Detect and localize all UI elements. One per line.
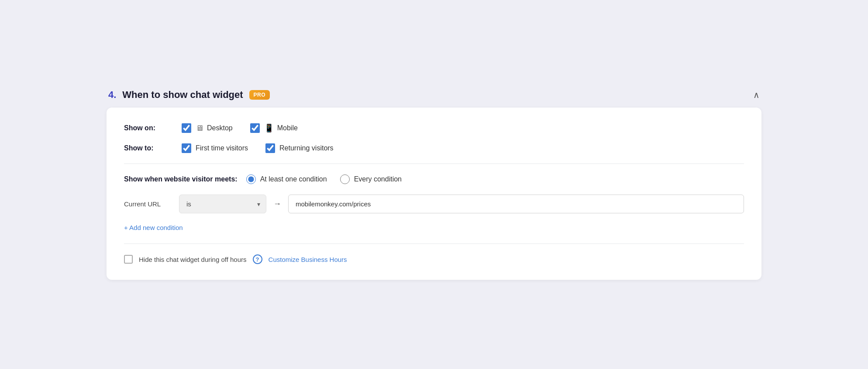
at-least-one-label: At least one condition [260, 175, 327, 183]
every-condition-radio-item[interactable]: Every condition [340, 174, 402, 184]
condition-radio-group: At least one condition Every condition [246, 174, 402, 184]
returning-checkbox-item[interactable]: Returning visitors [265, 143, 334, 153]
section-number: 4. [108, 89, 116, 101]
add-condition-button[interactable]: + Add new condition [124, 222, 183, 233]
every-condition-radio[interactable] [340, 174, 350, 184]
condition-row: Show when website visitor meets: At leas… [124, 174, 744, 184]
pro-badge: PRO [249, 90, 270, 100]
condition-label: Show when website visitor meets: [124, 175, 238, 183]
page-container: 4. When to show chat widget PRO ∧ Show o… [98, 80, 770, 289]
at-least-one-radio-item[interactable]: At least one condition [246, 174, 327, 184]
url-condition-label: Current URL [124, 200, 172, 208]
desktop-icon: 🖥 [196, 124, 203, 133]
show-on-checkboxes: 🖥 Desktop 📱 Mobile [182, 123, 298, 133]
mobile-checkbox-item[interactable]: 📱 Mobile [250, 123, 298, 133]
url-input[interactable] [288, 195, 744, 213]
off-hours-checkbox[interactable] [124, 255, 133, 264]
mobile-label: 📱 Mobile [264, 123, 298, 133]
first-time-checkbox-item[interactable]: First time visitors [182, 143, 248, 153]
condition-select[interactable]: is is not contains does not contain [179, 195, 266, 213]
settings-card: Show on: 🖥 Desktop 📱 Mobile [107, 108, 761, 280]
url-condition-row: Current URL is is not contains does not … [124, 195, 744, 213]
off-hours-row: Hide this chat widget during off hours ?… [124, 254, 744, 264]
show-on-label: Show on: [124, 124, 168, 132]
desktop-checkbox[interactable] [182, 123, 191, 133]
help-icon[interactable]: ? [253, 254, 262, 264]
first-time-checkbox[interactable] [182, 143, 191, 153]
show-to-label: Show to: [124, 144, 168, 152]
section-header: 4. When to show chat widget PRO ∧ [107, 89, 761, 101]
returning-label: Returning visitors [279, 144, 334, 152]
divider-1 [124, 164, 744, 164]
off-hours-label: Hide this chat widget during off hours [139, 256, 247, 263]
customize-business-hours-link[interactable]: Customize Business Hours [269, 256, 347, 263]
every-condition-label: Every condition [354, 175, 402, 183]
returning-checkbox[interactable] [265, 143, 275, 153]
desktop-checkbox-item[interactable]: 🖥 Desktop [182, 123, 233, 133]
collapse-icon[interactable]: ∧ [753, 90, 760, 100]
desktop-label: 🖥 Desktop [196, 124, 233, 133]
divider-2 [124, 244, 744, 244]
arrow-icon: → [273, 199, 281, 209]
show-to-row: Show to: First time visitors Returning v… [124, 143, 744, 153]
mobile-checkbox[interactable] [250, 123, 260, 133]
at-least-one-radio[interactable] [246, 174, 256, 184]
show-to-checkboxes: First time visitors Returning visitors [182, 143, 334, 153]
section-title: When to show chat widget [122, 89, 243, 101]
first-time-label: First time visitors [196, 144, 248, 152]
section-title-row: 4. When to show chat widget PRO [108, 89, 270, 101]
mobile-icon: 📱 [264, 123, 274, 133]
show-on-row: Show on: 🖥 Desktop 📱 Mobile [124, 123, 744, 133]
condition-select-wrapper: is is not contains does not contain ▾ [179, 195, 266, 213]
